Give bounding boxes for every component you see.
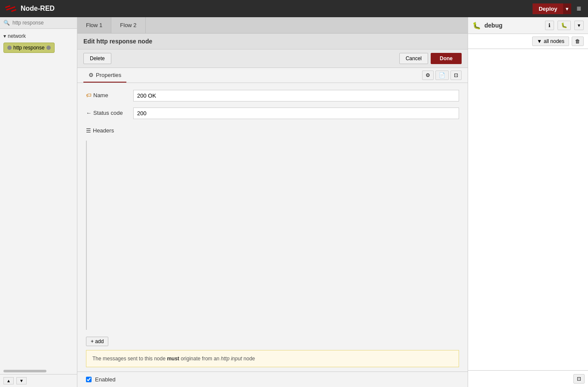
debug-panel-toolbar: ▼ all nodes 🗑 <box>468 34 588 49</box>
sidebar: 🔍 ✕ ▾ network http response ▲ ▼ <box>0 17 77 387</box>
edit-panel-actions-right: Cancel Done <box>399 53 462 64</box>
debug-output-area <box>468 49 588 370</box>
headers-editor-area[interactable] <box>86 141 87 330</box>
info-bold: must <box>167 356 179 362</box>
debug-bug-button[interactable]: 🐛 <box>557 21 571 30</box>
add-header-button[interactable]: + add <box>86 337 108 346</box>
status-code-label: ← Status code <box>86 108 129 116</box>
sidebar-scrollbar <box>3 370 46 372</box>
clear-debug-button[interactable]: 🗑 <box>572 37 584 46</box>
main-layout: 🔍 ✕ ▾ network http response ▲ ▼ Fl <box>0 17 588 387</box>
arrow-in-icon: ← <box>86 110 92 116</box>
enabled-checkbox[interactable] <box>86 377 92 382</box>
deploy-area: Deploy ▾ <box>533 3 571 14</box>
export-icon-button[interactable]: ⊡ <box>450 71 462 80</box>
edit-panel-body: 🏷 Name ← Status code <box>77 83 468 350</box>
settings-icon-button[interactable]: ⚙ <box>422 71 434 80</box>
edit-panel-actions: Delete Cancel Done <box>77 49 468 68</box>
app-title: Node-RED <box>21 5 55 12</box>
name-label: 🏷 Name <box>86 90 129 98</box>
list-icon: ☰ <box>86 127 91 134</box>
flow-canvas: [post] /uplink function http Edit http r… <box>77 34 468 387</box>
cancel-button[interactable]: Cancel <box>399 53 428 64</box>
debug-panel-header: 🐛 debug ℹ 🐛 ▾ <box>468 17 588 34</box>
info-box: The messages sent to this node must orig… <box>86 350 459 367</box>
enabled-label[interactable]: Enabled <box>95 376 116 383</box>
headers-label: ☰ Headers <box>86 125 129 136</box>
status-code-input[interactable] <box>133 108 459 119</box>
node-output-port <box>46 46 51 50</box>
network-section: ▾ network http response <box>0 29 77 57</box>
tab-flow1-label: Flow 1 <box>86 22 102 28</box>
done-button[interactable]: Done <box>431 53 462 64</box>
topbar-left: Node-RED <box>4 4 55 13</box>
debug-panel: 🐛 debug ℹ 🐛 ▾ ▼ all nodes 🗑 ⊡ <box>468 17 588 387</box>
edit-panel: Edit http response node Delete Cancel Do… <box>77 34 468 387</box>
all-nodes-filter-button[interactable]: ▼ all nodes <box>532 37 569 46</box>
nodered-logo <box>4 4 17 13</box>
tab-flow2[interactable]: Flow 2 <box>111 17 145 33</box>
filter-label: all nodes <box>544 38 564 44</box>
delete-button[interactable]: Delete <box>83 53 111 64</box>
tab-properties[interactable]: ⚙ Properties <box>83 68 126 83</box>
hamburger-menu-icon[interactable]: ≡ <box>574 3 584 15</box>
network-category-header[interactable]: ▾ network <box>3 31 74 41</box>
tab-flow2-label: Flow 2 <box>120 22 136 28</box>
tag-icon: 🏷 <box>86 92 92 98</box>
debug-panel-title: debug <box>484 22 542 29</box>
canvas-area: Flow 1 Flow 2 [post] /uplink function <box>77 17 468 387</box>
sidebar-search-bar: 🔍 ✕ <box>0 17 77 29</box>
name-input[interactable] <box>133 90 459 101</box>
deploy-button[interactable]: Deploy <box>533 3 563 14</box>
form-row-name: 🏷 Name <box>86 90 459 101</box>
network-category-label: network <box>8 33 26 39</box>
form-row-status-code: ← Status code <box>86 108 459 119</box>
svg-rect-0 <box>5 5 10 8</box>
sidebar-nav-up[interactable]: ▲ <box>3 377 14 384</box>
sidebar-nav-down[interactable]: ▼ <box>16 377 27 384</box>
monitor-button[interactable]: ⊡ <box>573 374 585 384</box>
http-response-node-label: http response <box>13 45 45 51</box>
topbar-right: Deploy ▾ ≡ <box>533 3 584 15</box>
info-text-1: The messages sent to this node <box>92 356 167 362</box>
filter-icon: ▼ <box>537 38 542 44</box>
gear-icon: ⚙ <box>89 72 94 78</box>
edit-panel-actions-left: Delete <box>83 53 111 64</box>
edit-panel-title: Edit http response node <box>77 34 468 49</box>
http-response-palette-node[interactable]: http response <box>3 43 55 53</box>
info-text-2: originate from an <box>179 356 221 362</box>
debug-info-button[interactable]: ℹ <box>545 21 554 30</box>
tabs-bar: Flow 1 Flow 2 <box>77 17 468 34</box>
info-italic: http input <box>221 356 242 362</box>
edit-panel-footer: Enabled <box>77 372 468 387</box>
debug-panel-footer: ⊡ <box>468 370 588 387</box>
topbar: Node-RED Deploy ▾ ≡ <box>0 0 588 17</box>
node-input-port <box>7 46 12 50</box>
form-row-headers: ☰ Headers + add <box>86 125 459 346</box>
svg-rect-1 <box>11 9 16 12</box>
info-text-3: node <box>242 356 255 362</box>
sidebar-bottom-controls: ▲ ▼ <box>0 374 77 387</box>
debug-chevron-button[interactable]: ▾ <box>574 21 584 30</box>
book-icon-button[interactable]: 📄 <box>435 71 449 80</box>
tab-properties-label: Properties <box>96 72 121 78</box>
debug-icon: 🐛 <box>472 22 481 30</box>
edit-panel-tab-icons: ⚙ 📄 ⊡ <box>422 68 462 83</box>
edit-panel-tabs: ⚙ Properties ⚙ 📄 ⊡ <box>77 68 468 83</box>
search-input[interactable] <box>12 20 77 26</box>
chevron-down-icon: ▾ <box>3 33 6 39</box>
deploy-dropdown-button[interactable]: ▾ <box>563 3 571 14</box>
tab-flow1[interactable]: Flow 1 <box>77 17 111 33</box>
search-icon: 🔍 <box>3 20 10 26</box>
